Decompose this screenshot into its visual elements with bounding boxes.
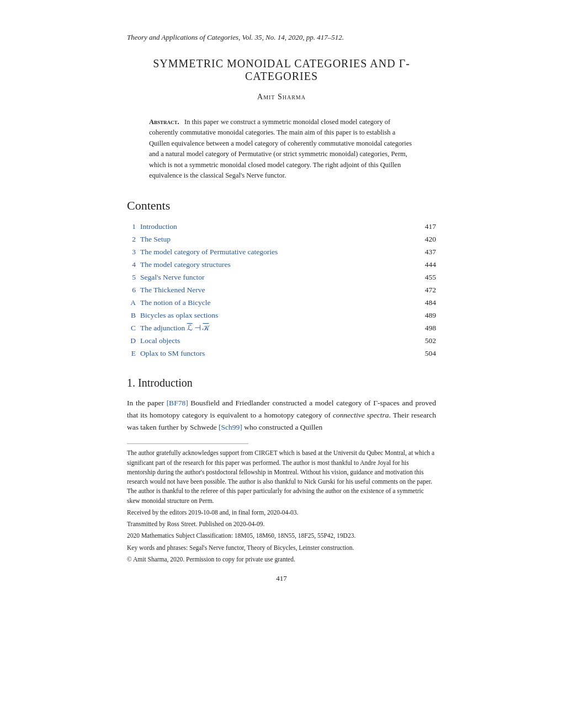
page: Theory and Applications of Categories, V… — [94, 11, 469, 605]
toc-num-E: E — [127, 347, 136, 360]
toc-row-5: 5 Segal's Nerve functor 455 — [127, 271, 436, 284]
footnote-rule — [127, 443, 248, 444]
toc-row-C: C The adjunction ℒ ⊣ 𝒦 498 — [127, 322, 436, 335]
contents-section: Contents 1 Introduction 417 2 The Setup … — [127, 199, 436, 360]
toc-label-4[interactable]: The model category structures — [140, 259, 231, 271]
toc-row-A: A The notion of a Bicycle 484 — [127, 297, 436, 309]
toc-page-3: 437 — [425, 246, 436, 259]
toc-num-3: 3 — [127, 246, 136, 259]
toc-num-4: 4 — [127, 259, 136, 271]
contents-title: Contents — [127, 199, 436, 213]
toc-label-1[interactable]: Introduction — [140, 221, 177, 233]
toc-num-C: C — [127, 322, 136, 335]
toc-row-B: B Bicycles as oplax sections 489 — [127, 309, 436, 322]
toc-label-C[interactable]: The adjunction ℒ ⊣ 𝒦 — [140, 322, 209, 335]
toc-page-E: 504 — [425, 347, 436, 360]
page-number: 417 — [127, 574, 436, 583]
toc-label-3[interactable]: The model category of Permutative catego… — [140, 246, 278, 259]
toc-page-2: 420 — [425, 233, 436, 246]
footnote-copyright: © Amit Sharma, 2020. Permission to copy … — [127, 555, 436, 564]
footnote-block: The author gratefully acknowledges suppo… — [127, 448, 436, 564]
journal-info: Vol. 35, No. 14, 2020, pp. 417–512. — [240, 33, 344, 41]
toc: 1 Introduction 417 2 The Setup 420 3 The… — [127, 221, 436, 360]
toc-page-C: 498 — [425, 322, 436, 335]
footnote-keywords: Key words and phrases: Segal's Nerve fun… — [127, 543, 436, 553]
toc-row-1: 1 Introduction 417 — [127, 221, 436, 233]
footnote-main-text: The author gratefully acknowledges suppo… — [127, 448, 436, 506]
toc-num-2: 2 — [127, 233, 136, 246]
section-introduction: 1. Introduction In the paper [BF78] Bous… — [127, 377, 436, 434]
toc-label-E[interactable]: Oplax to SM functors — [140, 347, 205, 360]
toc-page-B: 489 — [425, 309, 436, 322]
journal-header: Theory and Applications of Categories, V… — [127, 33, 436, 42]
footnote-msc: 2020 Mathematics Subject Classification:… — [127, 531, 436, 540]
toc-num-B: B — [127, 309, 136, 322]
footnote-transmitted: Transmitted by Ross Street. Published on… — [127, 520, 436, 529]
author-name: Amit Sharma — [127, 93, 436, 101]
journal-name: Theory and Applications of Categories, — [127, 33, 240, 41]
toc-page-5: 455 — [425, 271, 436, 284]
abstract-label: Abstract. — [149, 118, 179, 126]
toc-page-6: 472 — [425, 284, 436, 297]
toc-row-D: D Local objects 502 — [127, 335, 436, 347]
toc-page-4: 444 — [425, 259, 436, 271]
ref-sch99[interactable]: [Sch99] — [219, 423, 242, 431]
toc-label-6[interactable]: The Thickened Nerve — [140, 284, 205, 297]
toc-label-B[interactable]: Bicycles as oplax sections — [140, 309, 218, 322]
toc-label-D[interactable]: Local objects — [140, 335, 180, 347]
toc-page-1: 417 — [425, 221, 436, 233]
abstract-block: Abstract. In this paper we construct a s… — [149, 117, 414, 181]
intro-para-1: In the paper [BF78] Bousfield and Friedl… — [127, 397, 436, 434]
toc-row-2: 2 The Setup 420 — [127, 233, 436, 246]
toc-row-3: 3 The model category of Permutative cate… — [127, 246, 436, 259]
toc-num-6: 6 — [127, 284, 136, 297]
toc-num-5: 5 — [127, 271, 136, 284]
section-title-1: 1. Introduction — [127, 377, 436, 389]
toc-num-1: 1 — [127, 221, 136, 233]
toc-page-A: 484 — [425, 297, 436, 309]
toc-row-E: E Oplax to SM functors 504 — [127, 347, 436, 360]
ref-bf78[interactable]: [BF78] — [167, 399, 188, 407]
toc-label-2[interactable]: The Setup — [140, 233, 171, 246]
paper-title: Symmetric Monoidal Categories and Γ-Cate… — [127, 57, 436, 83]
toc-num-D: D — [127, 335, 136, 347]
toc-row-6: 6 The Thickened Nerve 472 — [127, 284, 436, 297]
abstract-text: In this paper we construct a symmetric m… — [149, 118, 412, 179]
toc-num-A: A — [127, 297, 136, 309]
toc-label-5[interactable]: Segal's Nerve functor — [140, 271, 204, 284]
toc-label-A[interactable]: The notion of a Bicycle — [140, 297, 210, 309]
footnote-received: Received by the editors 2019-10-08 and, … — [127, 508, 436, 517]
toc-row-4: 4 The model category structures 444 — [127, 259, 436, 271]
toc-page-D: 502 — [425, 335, 436, 347]
